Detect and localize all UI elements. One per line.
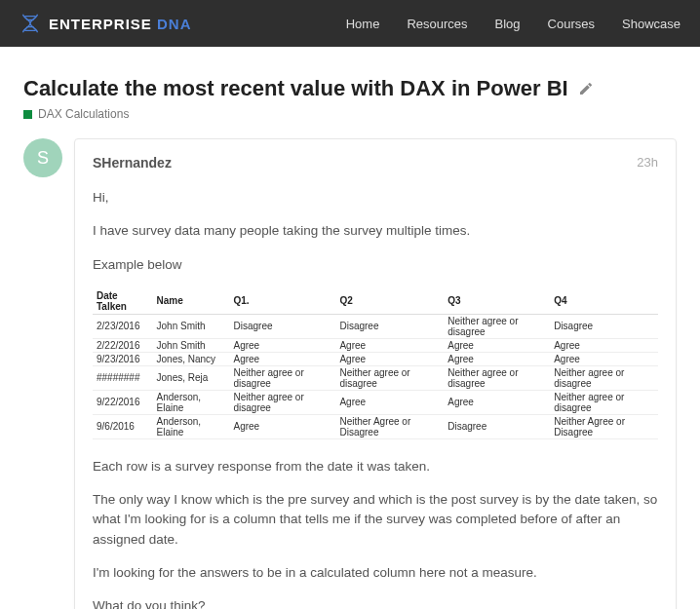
post-header: SHernandez 23h (93, 155, 658, 171)
table-header: Date Talken (93, 288, 153, 315)
nav-blog[interactable]: Blog (495, 17, 521, 31)
nav-home[interactable]: Home (346, 17, 380, 31)
dna-icon (19, 13, 41, 34)
nav-showcase[interactable]: Showcase (622, 17, 681, 31)
main-nav: Home Resources Blog Courses Showcase (346, 17, 681, 31)
category-color-icon (23, 110, 32, 119)
avatar[interactable]: S (23, 138, 62, 177)
survey-table: Date TalkenNameQ1.Q2Q3Q4 2/23/2016John S… (93, 288, 658, 439)
post-paragraph: The only way I know which is the pre sur… (93, 490, 658, 550)
pencil-icon[interactable] (578, 81, 594, 96)
post-paragraph: I have survey data many people taking th… (93, 221, 658, 241)
table-header: Q1. (230, 288, 336, 315)
username[interactable]: SHernandez (93, 155, 172, 171)
post-paragraph: I'm looking for the answers to be in a c… (93, 563, 658, 583)
site-header: ENTERPRISE DNA Home Resources Blog Cours… (0, 0, 700, 47)
table-row: ########Jones, RejaNeither agree or disa… (93, 365, 658, 390)
category-name: DAX Calculations (38, 107, 129, 121)
table-header: Name (153, 288, 230, 315)
post-paragraph: Example below (93, 255, 658, 275)
table-row: 2/22/2016John SmithAgreeAgreeAgreeAgree (93, 338, 658, 352)
title-row: Calculate the most recent value with DAX… (23, 76, 677, 101)
table-row: 9/22/2016Anderson, ElaineNeither agree o… (93, 390, 658, 414)
topic-title: Calculate the most recent value with DAX… (23, 76, 568, 101)
table-row: 9/23/2016Jones, NancyAgreeAgreeAgreeAgre… (93, 352, 658, 365)
table-header: Q4 (550, 288, 658, 315)
post-body: Hi, I have survey data many people takin… (93, 188, 658, 609)
post-paragraph: What do you think? (93, 596, 658, 609)
nav-resources[interactable]: Resources (407, 17, 467, 31)
logo-text: ENTERPRISE DNA (49, 16, 192, 32)
table-row: 2/23/2016John SmithDisagreeDisagreeNeith… (93, 314, 658, 338)
table-header: Q2 (335, 288, 444, 315)
main-content: Calculate the most recent value with DAX… (0, 47, 700, 609)
category-row[interactable]: DAX Calculations (23, 107, 677, 121)
post-card: SHernandez 23h Hi, I have survey data ma… (74, 138, 677, 609)
post-age: 23h (637, 155, 658, 171)
post-wrapper: S SHernandez 23h Hi, I have survey data … (23, 138, 677, 609)
nav-courses[interactable]: Courses (548, 17, 595, 31)
post-paragraph: Each row is a survey response from the d… (93, 457, 658, 476)
table-header: Q3 (444, 288, 550, 315)
logo[interactable]: ENTERPRISE DNA (19, 13, 192, 34)
table-row: 9/6/2016Anderson, ElaineAgreeNeither Agr… (93, 414, 658, 438)
post-paragraph: Hi, (93, 188, 658, 208)
